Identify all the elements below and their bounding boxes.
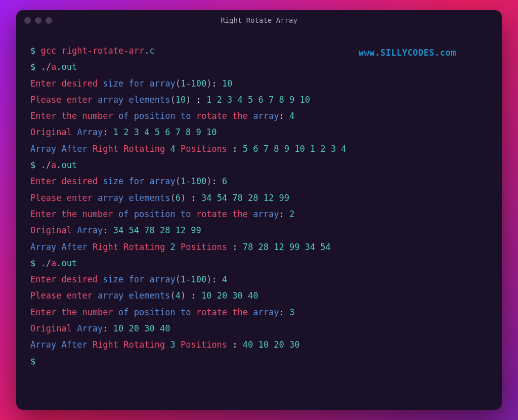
output-line: Enter the number of position to rotate t… (30, 304, 488, 320)
output-line: Enter the number of position to rotate t… (30, 108, 488, 124)
result-values: 78 28 12 99 34 54 (243, 242, 331, 252)
minimize-button[interactable] (35, 17, 41, 24)
rotate-value: 4 (289, 111, 294, 121)
gcc-command: gcc (41, 46, 57, 56)
output-line: Please enter array elements(10) : 1 2 3 … (30, 92, 488, 108)
orig-values: 34 54 78 28 12 99 (113, 225, 201, 235)
orig-values: 1 2 3 4 5 6 7 8 9 10 (113, 127, 217, 137)
orig-values: 10 20 30 40 (113, 323, 170, 333)
input-values: 34 54 78 28 12 99 (201, 193, 289, 203)
terminal-window: Right Rotate Array www.SILLYCODES.com $ … (16, 10, 502, 410)
terminal-body[interactable]: $ gcc right-rotate-arr.c $ ./a.out Enter… (16, 30, 502, 410)
prompt-line: $ (30, 353, 488, 369)
output-line: Enter desired size for array(1-100): 4 (30, 271, 488, 287)
result-values: 5 6 7 8 9 10 1 2 3 4 (243, 144, 347, 154)
window-title: Right Rotate Array (16, 16, 502, 24)
output-line: Please enter array elements(6) : 34 54 7… (30, 190, 488, 206)
output-line: Array After Right Rotating 2 Positions :… (30, 239, 488, 255)
command-line: $ ./a.out (30, 59, 488, 75)
command-line: $ ./a.out (30, 157, 488, 173)
watermark: www.SILLYCODES.com (359, 48, 456, 58)
close-button[interactable] (24, 17, 31, 24)
output-line: Enter the number of position to rotate t… (30, 206, 488, 222)
output-line: Original Array: 34 54 78 28 12 99 (30, 222, 488, 238)
rotate-value: 3 (289, 307, 294, 317)
size-value: 10 (222, 78, 232, 89)
output-line: Array After Right Rotating 3 Positions :… (30, 337, 488, 353)
output-line: Enter desired size for array(1-100): 10 (30, 75, 488, 92)
input-values: 1 2 3 4 5 6 7 8 9 10 (206, 95, 310, 105)
result-values: 40 10 20 30 (243, 340, 300, 350)
title-bar: Right Rotate Array (16, 10, 502, 30)
size-value: 4 (222, 274, 227, 284)
output-line: Original Array: 1 2 3 4 5 6 7 8 9 10 (30, 124, 488, 140)
input-values: 10 20 30 40 (201, 290, 258, 301)
output-line: Please enter array elements(4) : 10 20 3… (30, 287, 488, 304)
size-value: 6 (222, 176, 227, 186)
rotate-value: 2 (289, 209, 294, 219)
prompt: $ (30, 46, 35, 56)
output-line: Array After Right Rotating 4 Positions :… (30, 141, 488, 157)
output-line: Original Array: 10 20 30 40 (30, 320, 488, 337)
output-line: Enter desired size for array(1-100): 6 (30, 173, 488, 189)
traffic-lights (24, 17, 52, 24)
maximize-button[interactable] (46, 17, 52, 24)
command-line: $ ./a.out (30, 255, 488, 271)
